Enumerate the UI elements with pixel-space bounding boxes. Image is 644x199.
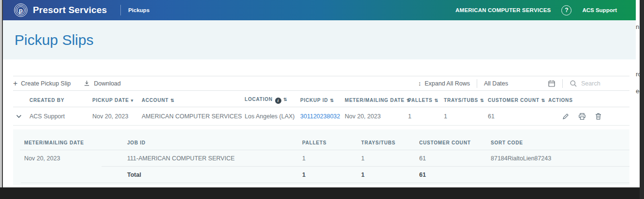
date-filter-value: All Dates	[484, 80, 508, 87]
svg-text:p: p	[19, 7, 23, 14]
cell-account: AMERICAN COMPUTER SERVICES	[142, 113, 245, 120]
create-pickup-slip-label: Create Pickup Slip	[21, 80, 71, 87]
cell-pickup-date: Nov 20, 2023	[92, 113, 142, 120]
calendar-icon[interactable]	[548, 80, 556, 87]
screen: p Presort Services Pickups AMERICAN COMP…	[0, 0, 644, 199]
subcolumn-sort-code: SORT CODE	[491, 140, 629, 145]
subcell-trays-tubs: 1	[361, 155, 419, 162]
background-page-sliver: n. ro ec	[636, 0, 640, 199]
subcell-sort-code: 87184RialtoLien87243	[491, 155, 629, 162]
subcolumn-trays-tubs: TRAYS/TUBS	[361, 140, 419, 145]
search-icon	[570, 80, 577, 87]
column-header-customer-count[interactable]: CUSTOMER COUNT⇅	[488, 98, 548, 103]
column-header-meter-mailing-date[interactable]: METER/MAILING DATE⇅	[345, 98, 408, 103]
sort-icon: ⇅	[480, 98, 484, 103]
cell-pallets: 1	[408, 113, 444, 120]
create-pickup-slip-button[interactable]: + Create Pickup Slip	[13, 80, 71, 87]
sort-desc-icon: ▾	[131, 98, 133, 103]
cell-location: Los Angeles (LAX)	[245, 113, 300, 120]
print-button[interactable]	[578, 113, 586, 120]
cell-actions	[548, 113, 629, 120]
download-label: Download	[94, 80, 121, 87]
subcell-job-id: 111-AMERICAN COMPUTER SERVICE	[127, 155, 302, 162]
edit-button[interactable]	[562, 113, 570, 120]
subcell-customer-count: 61	[419, 155, 491, 162]
subcolumn-job-id: JOB ID	[127, 140, 302, 145]
sort-icon: ⇅	[542, 98, 545, 103]
expanded-row-panel: METER/MAILING DATE JOB ID PALLETS TRAYS/…	[13, 129, 629, 185]
total-trays-tubs: 1	[361, 171, 419, 178]
clipped-background-text: ro	[636, 71, 640, 78]
subtable-total-row: Total 1 1 61	[13, 167, 629, 183]
expand-all-rows-label: Expand All Rows	[424, 80, 470, 87]
delete-button[interactable]	[595, 113, 602, 120]
toolbar: + Create Pickup Slip Download ↕ Expand A…	[13, 76, 629, 91]
cell-created-by: ACS Support	[29, 113, 92, 120]
search-input[interactable]	[581, 80, 629, 87]
cell-trays-tubs: 1	[444, 113, 488, 120]
table-header-row: CREATED BY PICKUP DATE▾ ACCOUNT⇅ LOCATIO…	[13, 94, 629, 107]
column-header-actions: ACTIONS	[548, 98, 629, 103]
page-title: Pickup Slips	[15, 32, 93, 48]
subcell-pallets: 1	[302, 155, 361, 162]
column-header-trays-tubs[interactable]: TRAYS/TUBS⇅	[444, 98, 488, 103]
title-band: Pickup Slips	[3, 20, 636, 59]
sort-icon: ⇅	[330, 98, 334, 103]
total-customer-count: 61	[419, 171, 491, 178]
subcolumn-customer-count: CUSTOMER COUNT	[419, 140, 491, 145]
sort-icon: ⇅	[283, 97, 287, 102]
app-window: p Presort Services Pickups AMERICAN COMP…	[3, 0, 636, 187]
window-left-border	[2, 0, 3, 187]
toolbar-divider	[477, 79, 477, 88]
user-name[interactable]: ACS Support	[582, 7, 617, 13]
top-header: p Presort Services Pickups AMERICAN COMP…	[3, 0, 636, 20]
chevron-down-icon	[16, 114, 22, 118]
clipped-background-text: ec	[636, 87, 640, 95]
total-pallets: 1	[302, 171, 361, 178]
column-header-pallets[interactable]: PALLETS⇅	[408, 98, 444, 103]
clipped-background-text: n.	[636, 23, 640, 30]
toolbar-divider	[562, 79, 563, 88]
column-header-pickup-date[interactable]: PICKUP DATE▾	[92, 98, 142, 103]
printer-icon	[578, 113, 586, 120]
table-row: ACS Support Nov 20, 2023 AMERICAN COMPUT…	[13, 107, 629, 126]
info-icon[interactable]: i	[275, 98, 281, 104]
expand-rows-icon: ↕	[418, 80, 422, 87]
pickup-id-link[interactable]: 301120238032	[300, 113, 340, 120]
subtable-row: Nov 20, 2023 111-AMERICAN COMPUTER SERVI…	[13, 150, 629, 166]
trash-icon	[595, 113, 602, 120]
help-icon[interactable]: ?	[561, 5, 571, 15]
cell-meter-mailing-date: Nov 20, 2023	[345, 113, 408, 120]
expand-all-rows-button[interactable]: ↕ Expand All Rows	[418, 80, 470, 87]
presort-logo-icon: p	[14, 3, 28, 17]
column-header-location[interactable]: LOCATIONi⇅	[245, 97, 300, 104]
bottom-black-bar	[0, 187, 640, 199]
column-header-pickup-id[interactable]: PICKUP ID⇅	[300, 98, 345, 103]
right-edge-bar	[640, 0, 644, 199]
download-button[interactable]: Download	[83, 80, 121, 87]
date-filter[interactable]: All Dates	[484, 80, 556, 87]
account-name[interactable]: AMERICAN COMPUTER SERVICES	[455, 7, 551, 13]
sort-icon: ⇅	[434, 98, 438, 103]
subcolumn-meter-mailing-date: METER/MAILING DATE	[24, 140, 127, 145]
pencil-icon	[562, 113, 570, 120]
subtable-header-row: METER/MAILING DATE JOB ID PALLETS TRAYS/…	[13, 135, 629, 150]
nav-pickups[interactable]: Pickups	[128, 7, 149, 13]
sort-icon: ⇅	[171, 98, 175, 103]
column-header-created-by: CREATED BY	[29, 98, 92, 103]
download-icon	[83, 80, 90, 87]
collapse-row-button[interactable]	[13, 114, 29, 118]
cell-customer-count: 61	[488, 113, 548, 120]
plus-icon: +	[13, 80, 17, 87]
column-header-account[interactable]: ACCOUNT⇅	[142, 98, 245, 103]
subtable-divider	[21, 183, 629, 183]
subcolumn-pallets: PALLETS	[302, 140, 361, 145]
brand-title: Presort Services	[33, 5, 107, 15]
subcell-meter-mailing-date: Nov 20, 2023	[24, 155, 127, 162]
header-divider	[120, 5, 121, 15]
search-box	[570, 80, 629, 87]
total-label: Total	[127, 171, 302, 178]
cell-pickup-id: 301120238032	[300, 113, 345, 120]
